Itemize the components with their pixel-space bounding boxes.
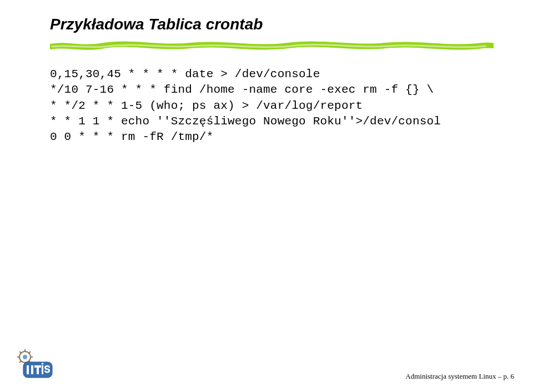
code-line-3: * */2 * * 1-5 (who; ps ax) > /var/log/re… (50, 99, 363, 112)
svg-rect-11 (27, 365, 29, 374)
slide: Przykładowa Tablica crontab 0,15,30,45 *… (0, 0, 533, 392)
svg-point-14 (42, 363, 44, 365)
slide-title: Przykładowa Tablica crontab (50, 16, 512, 33)
slide-footer: Administracja systemem Linux – p. 6 (405, 372, 514, 381)
svg-rect-13 (42, 365, 43, 374)
title-underline (50, 39, 494, 52)
svg-line-5 (19, 351, 21, 353)
code-line-5: 0 0 * * * rm -fR /tmp/* (50, 130, 213, 143)
code-line-4: * * 1 1 * echo ''Szczęśliwego Nowego Rok… (50, 115, 441, 128)
svg-rect-12 (31, 365, 33, 374)
svg-line-7 (19, 361, 21, 363)
institution-logo (16, 349, 54, 380)
code-line-1: 0,15,30,45 * * * * date > /dev/console (50, 68, 320, 81)
code-block: 0,15,30,45 * * * * date > /dev/console *… (50, 67, 512, 145)
code-line-2: */10 7-16 * * * find /home -name core -e… (50, 83, 434, 96)
svg-point-9 (23, 355, 27, 359)
svg-line-8 (29, 351, 31, 353)
